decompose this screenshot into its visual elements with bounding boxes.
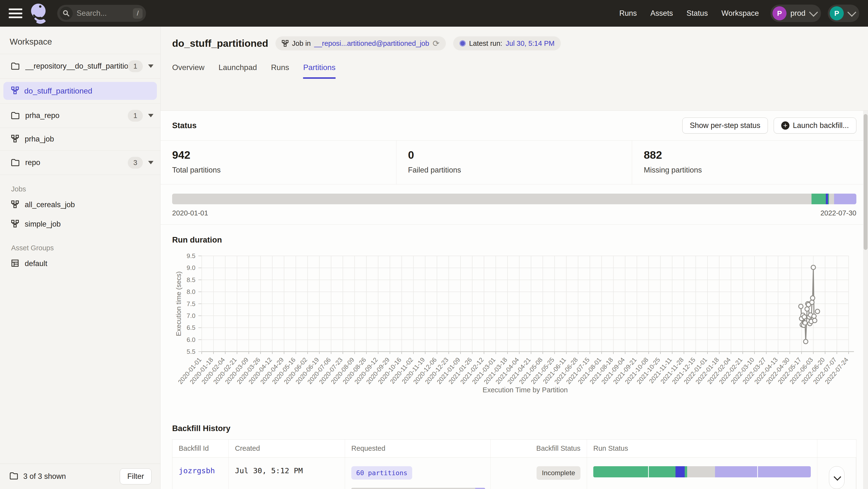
sidebar-footer: 3 of 3 shown Filter	[0, 463, 160, 489]
chevron-down-icon[interactable]	[148, 161, 153, 164]
repo-label: repo	[25, 158, 128, 167]
chevron-down-icon	[834, 473, 841, 481]
launch-backfill-button[interactable]: + Launch backfill...	[774, 118, 856, 133]
dagster-logo-icon	[29, 3, 48, 24]
sidebar-repo-repository-do-stuff[interactable]: __repository__do_stuff_partitio... 1	[0, 54, 160, 78]
asset-group-icon	[11, 259, 19, 268]
stat-value: 882	[644, 149, 856, 161]
user-menu[interactable]: P	[828, 5, 859, 22]
partition-status-bar[interactable]	[172, 194, 856, 204]
job-icon	[282, 40, 288, 47]
job-icon	[11, 135, 19, 143]
nav-status[interactable]: Status	[687, 9, 708, 18]
vertical-scrollbar[interactable]	[863, 111, 868, 489]
page-title: do_stuff_partitioned	[172, 38, 268, 49]
run-duration-chart: 5.56.06.57.07.58.08.59.09.52020-01-01202…	[160, 247, 868, 412]
run-status-bar[interactable]	[593, 466, 811, 477]
search-placeholder: Search...	[76, 9, 133, 18]
top-navigation-bar: Search... / Runs Assets Status Workspace…	[0, 0, 868, 27]
sidebar-repo-prha-repo[interactable]: prha_repo 1	[0, 103, 160, 128]
search-icon	[60, 7, 73, 20]
asset-groups-section-label: Asset Groups	[0, 234, 160, 254]
svg-text:8.0: 8.0	[187, 288, 195, 295]
tab-overview[interactable]: Overview	[172, 63, 205, 79]
repo-job-count-badge: 1	[128, 60, 143, 72]
tab-partitions[interactable]: Partitions	[303, 63, 335, 79]
folder-icon	[10, 472, 18, 481]
asset-group-label: default	[25, 259, 47, 268]
column-actions	[817, 439, 856, 457]
backfill-id-link[interactable]: jozrgsbh	[179, 466, 215, 475]
job-icon	[11, 220, 19, 229]
top-nav-links: Runs Assets Status Workspace	[619, 9, 759, 18]
job-label: all_cereals_job	[25, 200, 75, 209]
user-avatar: P	[830, 6, 844, 20]
table-header-row: Backfill Id Created Requested Backfill S…	[173, 439, 856, 457]
nav-runs[interactable]: Runs	[619, 9, 637, 18]
column-run-status: Run Status	[587, 439, 817, 457]
repo-job-count-badge: 3	[128, 157, 143, 169]
column-backfill-status: Backfill Status	[491, 439, 587, 457]
job-icon	[11, 200, 19, 209]
chevron-down-icon[interactable]	[148, 64, 153, 68]
latest-run-prefix: Latest run:	[469, 39, 502, 47]
sidebar-repo-repo[interactable]: repo 3	[0, 150, 160, 175]
nav-workspace[interactable]: Workspace	[721, 9, 759, 18]
chevron-down-icon	[809, 8, 818, 17]
stat-total-partitions: 942 Total partitions	[160, 140, 396, 184]
svg-text:5.5: 5.5	[187, 348, 195, 355]
refresh-icon[interactable]: ⟳	[433, 39, 440, 47]
svg-text:6.0: 6.0	[187, 336, 195, 344]
scrollbar-thumb[interactable]	[864, 114, 868, 250]
svg-text:9.0: 9.0	[187, 264, 195, 271]
shown-count-label: 3 of 3 shown	[23, 472, 120, 481]
folder-icon	[11, 63, 20, 70]
stat-value: 0	[408, 149, 620, 161]
stat-label: Total partitions	[172, 166, 384, 174]
sidebar-item-do-stuff-partitioned-selected[interactable]: do_stuff_partitioned	[3, 82, 157, 100]
latest-run-link[interactable]: Jul 30, 5:14 PM	[506, 39, 555, 47]
execution-time-chart: 5.56.06.57.07.58.08.59.09.52020-01-01202…	[160, 247, 868, 412]
job-location-badge: Job in __reposi...artitioned@partitioned…	[275, 36, 446, 51]
stat-label: Failed partitions	[408, 166, 620, 174]
job-icon	[11, 87, 19, 95]
search-shortcut-key: /	[133, 8, 143, 19]
deployment-switcher[interactable]: P prod	[771, 5, 821, 22]
search-input[interactable]: Search... /	[57, 5, 146, 22]
repo-label: __repository__do_stuff_partitio...	[25, 62, 128, 70]
sidebar-item-default-asset-group[interactable]: default	[0, 254, 160, 273]
job-tabs: Overview Launchpad Runs Partitions	[172, 63, 856, 79]
chevron-down-icon[interactable]	[148, 114, 153, 117]
folder-icon	[11, 159, 20, 166]
status-heading: Status	[172, 121, 197, 130]
selected-job-label: do_stuff_partitioned	[24, 87, 92, 95]
show-per-step-status-button[interactable]: Show per-step status	[682, 118, 768, 133]
column-backfill-id: Backfill Id	[173, 439, 229, 457]
nav-assets[interactable]: Assets	[651, 9, 673, 18]
run-duration-heading: Run duration	[172, 235, 222, 244]
expand-row-button[interactable]	[829, 466, 844, 489]
tab-runs[interactable]: Runs	[271, 63, 289, 79]
stat-missing-partitions: 882 Missing partitions	[632, 140, 868, 184]
backfill-history-heading: Backfill History	[172, 424, 230, 433]
main-panel: do_stuff_partitioned Job in __reposi...a…	[160, 27, 868, 489]
requested-partitions-bar	[351, 488, 485, 489]
sidebar-item-simple-job[interactable]: simple_job	[0, 215, 160, 234]
jobs-section-label: Jobs	[0, 175, 160, 195]
svg-text:7.0: 7.0	[187, 312, 195, 319]
stat-failed-partitions: 0 Failed partitions	[396, 140, 632, 184]
sidebar-item-all-cereals-job[interactable]: all_cereals_job	[0, 195, 160, 215]
backfill-history-table: Backfill Id Created Requested Backfill S…	[172, 439, 856, 489]
requested-partitions-badge[interactable]: 60 partitions	[351, 466, 412, 480]
filter-button[interactable]: Filter	[120, 468, 152, 484]
tab-launchpad[interactable]: Launchpad	[218, 63, 257, 79]
job-label: simple_job	[25, 220, 61, 229]
hamburger-menu-icon[interactable]	[9, 8, 22, 18]
repo-job-count-badge: 1	[128, 110, 143, 122]
latest-run-badge: Latest run: Jul 30, 5:14 PM	[453, 36, 561, 51]
backfill-status-badge: Incomplete	[536, 466, 581, 480]
stat-label: Missing partitions	[644, 166, 856, 174]
job-location-link[interactable]: __reposi...artitioned@partitioned_job	[314, 39, 429, 47]
svg-text:Execution Time by Partition: Execution Time by Partition	[483, 386, 567, 394]
sidebar-item-prha-job[interactable]: prha_job	[0, 128, 160, 150]
